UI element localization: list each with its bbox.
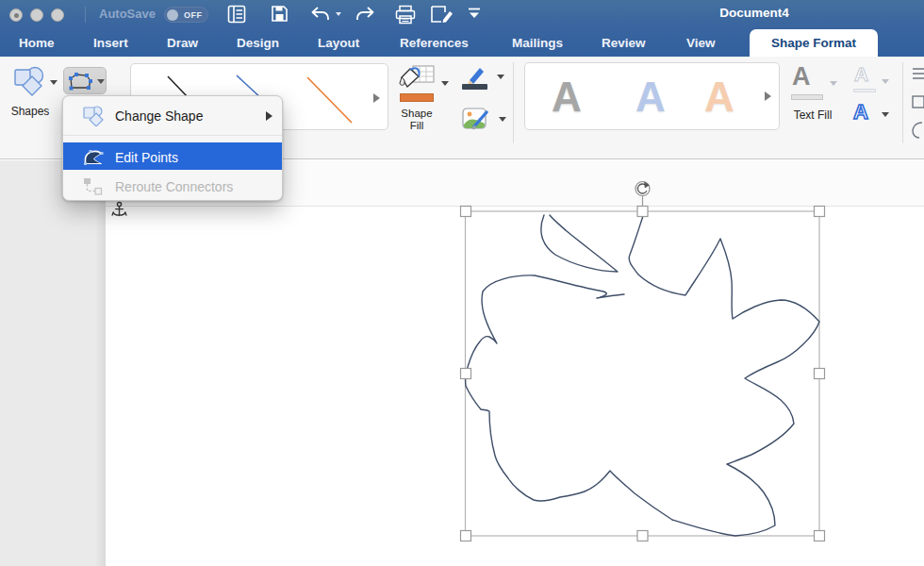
resize-handle-w[interactable] [461,369,471,379]
selection-handles [461,207,825,541]
word-window: Shapes [0,0,924,566]
menu-separator [63,135,282,136]
resize-handle-e[interactable] [815,369,825,379]
resize-handle-s[interactable] [637,531,648,541]
selection-outline [466,211,820,536]
menu-item-edit-points[interactable]: Edit Points [63,147,282,170]
freeform-shape-path[interactable] [541,215,618,272]
edit-shape-menu: Change Shape Edit Points Reroute Connect… [62,95,283,201]
menu-item-reroute-connectors: Reroute Connectors [63,176,282,199]
resize-handle-sw[interactable] [461,531,471,541]
reroute-connectors-icon [83,177,104,196]
resize-handle-nw[interactable] [461,207,471,217]
menu-item-label: Change Shape [115,108,203,124]
selected-shape-canvas [0,0,924,566]
menu-item-change-shape[interactable]: Change Shape [63,104,282,130]
menu-item-label: Edit Points [115,150,178,165]
menu-item-label: Reroute Connectors [115,179,233,194]
change-shape-icon [82,106,107,126]
freeform-shape-path[interactable] [466,213,819,536]
resize-handle-ne[interactable] [815,207,825,217]
freeform-shape-path[interactable] [597,294,624,298]
resize-handle-n[interactable] [637,207,648,217]
edit-points-icon [83,149,106,166]
resize-handle-se[interactable] [815,531,825,541]
submenu-arrow-icon [266,111,272,121]
rotate-handle[interactable] [635,182,650,196]
